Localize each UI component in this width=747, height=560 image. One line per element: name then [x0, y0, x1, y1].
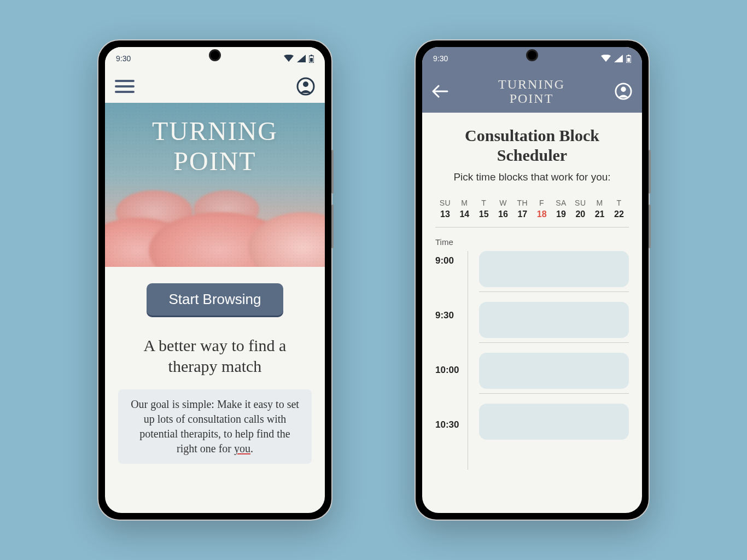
- camera-notch: [209, 49, 221, 61]
- calendar-day-number[interactable]: 18: [533, 209, 551, 219]
- wifi-icon: [284, 55, 294, 62]
- header-title-line2: POINT: [498, 91, 565, 106]
- calendar-day-number[interactable]: 14: [456, 209, 473, 219]
- time-slot-block[interactable]: [479, 404, 629, 440]
- calendar-day-number[interactable]: 22: [610, 209, 628, 219]
- app-header: TURNING POINT: [422, 70, 642, 113]
- phone-mockup-scheduler: 9:30 TURNING POINT Consultation Block Sc…: [415, 39, 650, 521]
- phone-side-button: [331, 205, 334, 248]
- calendar-day-label: T: [475, 199, 493, 207]
- status-time: 9:30: [433, 54, 448, 63]
- calendar-day-numbers: 13141516171819202122: [435, 209, 629, 219]
- page-subtitle: Pick time blocks that work for you:: [435, 171, 629, 184]
- blurb-text-underlined: you: [234, 442, 250, 454]
- calendar-day-number[interactable]: 15: [475, 209, 493, 219]
- calendar-day-number[interactable]: 21: [591, 209, 609, 219]
- time-label-cell: 10:30: [435, 415, 462, 470]
- status-icons: [284, 55, 314, 63]
- time-label-cell: 9:00: [435, 251, 462, 306]
- time-label-cell: 9:30: [435, 306, 462, 360]
- calendar-day-number[interactable]: 13: [436, 209, 454, 219]
- camera-notch: [526, 49, 538, 61]
- back-icon[interactable]: [432, 85, 448, 98]
- battery-icon: [626, 55, 631, 63]
- calendar-day-label: M: [456, 199, 473, 207]
- profile-icon[interactable]: [615, 83, 632, 100]
- scheduler-content: Consultation Block Scheduler Pick time b…: [422, 113, 642, 470]
- svg-point-4: [303, 81, 308, 87]
- home-blurb: Our goal is simple: Make it easy to set …: [118, 389, 312, 464]
- calendar-day-label: W: [494, 199, 512, 207]
- calendar-day-number[interactable]: 17: [513, 209, 531, 219]
- hero-title: TURNING POINT: [152, 116, 278, 176]
- status-icons: [601, 55, 631, 63]
- slot-column: [479, 251, 629, 470]
- svg-rect-1: [310, 58, 313, 62]
- calendar-day-number[interactable]: 16: [494, 209, 512, 219]
- calendar-day-label: F: [533, 199, 551, 207]
- calendar-day-labels: SUMTWTHFSASUMT: [435, 199, 629, 207]
- phone-screen-home: 9:30 TURNI: [105, 47, 325, 513]
- divider: [479, 393, 629, 394]
- phone-mockup-home: 9:30 TURNI: [97, 39, 332, 521]
- schedule-grid: 9:009:3010:0010:30: [435, 251, 629, 470]
- hero-banner: TURNING POINT: [105, 103, 325, 267]
- calendar-day-label: SU: [436, 199, 454, 207]
- phone-screen-scheduler: 9:30 TURNING POINT Consultation Block Sc…: [422, 47, 642, 513]
- header-title-line1: TURNING: [498, 77, 565, 91]
- wifi-icon: [601, 55, 611, 62]
- calendar-day-label: SU: [571, 199, 589, 207]
- calendar-day-label: TH: [513, 199, 531, 207]
- calendar-day-number[interactable]: 20: [571, 209, 589, 219]
- signal-icon: [614, 55, 623, 62]
- status-time: 9:30: [116, 54, 131, 63]
- home-content: Start Browsing A better way to find a th…: [105, 267, 325, 480]
- time-label-cell: 10:00: [435, 360, 462, 415]
- app-header: [105, 70, 325, 103]
- page-title: Consultation Block Scheduler: [435, 126, 629, 165]
- battery-icon: [309, 55, 314, 63]
- time-slot-block[interactable]: [479, 353, 629, 389]
- blurb-text-pre: Our goal is simple: Make it easy to set …: [131, 398, 299, 454]
- home-headline: A better way to find a therapy match: [118, 335, 312, 376]
- svg-point-9: [621, 87, 626, 92]
- time-column: 9:009:3010:0010:30: [435, 251, 468, 470]
- phone-side-button: [331, 150, 334, 194]
- time-slot-block[interactable]: [479, 251, 629, 287]
- phone-side-button: [649, 150, 651, 194]
- calendar-day-label: T: [610, 199, 628, 207]
- phone-side-button: [649, 205, 651, 248]
- time-column-header: Time: [435, 237, 629, 247]
- calendar-day-number[interactable]: 19: [552, 209, 570, 219]
- divider: [479, 342, 629, 343]
- header-title: TURNING POINT: [498, 77, 565, 106]
- signal-icon: [297, 55, 306, 62]
- svg-rect-6: [627, 58, 630, 62]
- profile-icon[interactable]: [296, 77, 315, 96]
- svg-rect-2: [311, 55, 312, 56]
- svg-rect-7: [628, 55, 629, 56]
- time-slot-block[interactable]: [479, 302, 629, 338]
- calendar-day-label: SA: [552, 199, 570, 207]
- menu-icon[interactable]: [115, 80, 135, 93]
- hero-title-line1: TURNING: [152, 116, 278, 146]
- calendar-day-label: M: [591, 199, 609, 207]
- divider: [479, 291, 629, 292]
- hero-title-line2: POINT: [152, 146, 278, 176]
- start-browsing-button[interactable]: Start Browsing: [147, 283, 283, 316]
- divider: [435, 227, 629, 228]
- blurb-text-post: .: [250, 442, 253, 454]
